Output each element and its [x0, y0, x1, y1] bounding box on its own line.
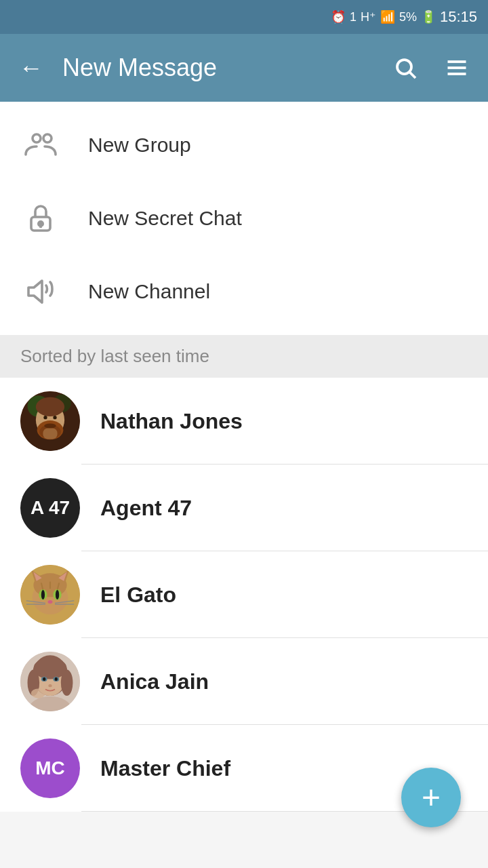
fab-plus-icon: +	[422, 781, 441, 814]
svg-point-51	[48, 684, 52, 687]
contact-name-el-gato: El Gato	[100, 583, 176, 608]
page-title: New Message	[62, 54, 374, 82]
svg-point-0	[397, 60, 411, 74]
contacts-list: Nathan Jones A 47 Agent 47	[0, 378, 488, 812]
contact-name-master-chief: Master Chief	[100, 756, 230, 781]
new-channel-label: New Channel	[88, 280, 210, 303]
lock-icon	[20, 198, 61, 239]
avatar-agent-47: A 47	[20, 478, 80, 538]
svg-point-8	[39, 222, 43, 226]
clock: 15:15	[440, 8, 477, 26]
new-channel-item[interactable]: New Channel	[0, 255, 488, 328]
svg-point-5	[33, 134, 41, 142]
new-group-item[interactable]: New Group	[0, 108, 488, 182]
new-secret-chat-label: New Secret Chat	[88, 207, 242, 230]
svg-point-49	[43, 677, 45, 681]
contact-name-nathan-jones: Nathan Jones	[100, 409, 243, 434]
contacts-section-header: Sorted by last seen time	[0, 335, 488, 378]
avatar-anica-jain	[20, 652, 80, 711]
avatar-master-chief: MC	[20, 738, 80, 798]
svg-point-31	[56, 590, 59, 599]
svg-point-17	[53, 416, 56, 419]
group-icon	[20, 125, 61, 165]
search-button[interactable]	[388, 50, 423, 85]
contact-item-agent-47[interactable]: A 47 Agent 47	[0, 465, 488, 551]
notification-icon: 1	[350, 10, 357, 24]
svg-point-46	[61, 669, 73, 696]
contact-item-nathan-jones[interactable]: Nathan Jones	[0, 378, 488, 465]
svg-point-6	[43, 134, 52, 142]
new-group-label: New Group	[88, 134, 191, 157]
contact-name-agent-47: Agent 47	[100, 496, 192, 521]
signal-icon: 📶	[380, 9, 395, 24]
battery-icon: 🔋	[421, 9, 436, 24]
svg-point-50	[55, 677, 58, 681]
status-bar: ⏰ 1 H⁺ 📶 5% 🔋 15:15	[0, 0, 488, 34]
avatar-el-gato	[20, 565, 80, 625]
avatar-nathan-jones	[20, 391, 80, 451]
status-icons: ⏰ 1 H⁺ 📶 5% 🔋 15:15	[331, 8, 477, 26]
app-bar: ← New Message	[0, 34, 488, 102]
menu-options-section: New Group New Secret Chat New Channel	[0, 102, 488, 335]
svg-point-52	[31, 689, 45, 698]
megaphone-icon	[20, 271, 61, 312]
svg-rect-20	[43, 429, 57, 439]
svg-point-32	[47, 600, 52, 604]
svg-point-15	[36, 397, 64, 416]
fab-add-button[interactable]: +	[401, 768, 461, 827]
svg-point-19	[44, 424, 56, 429]
contact-item-anica-jain[interactable]: Anica Jain	[0, 638, 488, 725]
svg-line-1	[410, 73, 415, 78]
svg-point-30	[41, 590, 45, 599]
alarm-icon: ⏰	[331, 9, 346, 24]
back-button[interactable]: ←	[14, 48, 49, 87]
menu-button[interactable]	[439, 50, 474, 85]
contact-item-el-gato[interactable]: El Gato	[0, 551, 488, 638]
hplus-icon: H⁺	[361, 9, 376, 24]
svg-point-16	[43, 416, 47, 419]
contact-name-anica-jain: Anica Jain	[100, 669, 209, 694]
battery-text: 5%	[399, 10, 417, 24]
new-secret-chat-item[interactable]: New Secret Chat	[0, 182, 488, 255]
app-bar-actions	[388, 50, 474, 85]
